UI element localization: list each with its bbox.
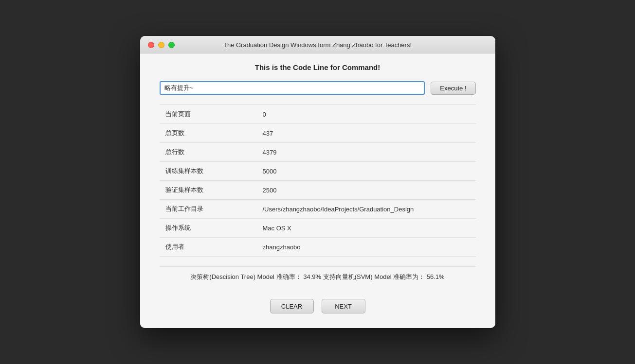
clear-button[interactable]: CLEAR (270, 299, 314, 313)
table-row: 当前工作目录 /Users/zhangzhaobo/IdeaProjects/G… (160, 200, 476, 219)
row-label: 验证集样本数 (160, 181, 257, 200)
button-row: CLEAR NEXT (160, 297, 476, 313)
next-button[interactable]: NEXT (322, 299, 365, 313)
row-value: 5000 (257, 162, 476, 181)
row-value: 2500 (257, 181, 476, 200)
row-value: 4379 (257, 143, 476, 162)
execute-button[interactable]: Execute ! (431, 82, 475, 95)
table-row: 总页数 437 (160, 124, 476, 143)
row-value: zhangzhaobo (257, 238, 476, 257)
row-label: 总页数 (160, 124, 257, 143)
info-table: 当前页面 0 总页数 437 总行数 4379 训练集样本数 5000 验证集样… (160, 104, 476, 257)
page-subtitle: This is the Code Line for Command! (160, 63, 476, 71)
command-row: Execute ! (160, 81, 476, 95)
table-row: 操作系统 Mac OS X (160, 219, 476, 238)
minimize-button[interactable] (158, 42, 164, 48)
close-button[interactable] (148, 42, 154, 48)
main-window: The Graduation Design Windows form Zhang… (140, 36, 495, 328)
traffic-lights (148, 42, 175, 48)
table-row: 训练集样本数 5000 (160, 162, 476, 181)
row-label: 总行数 (160, 143, 257, 162)
row-value: Mac OS X (257, 219, 476, 238)
table-row: 使用者 zhangzhaobo (160, 238, 476, 257)
row-value: 0 (257, 105, 476, 124)
accuracy-row: 决策树(Descision Tree) Model 准确率： 34.9% 支持向… (160, 266, 476, 287)
row-value: 437 (257, 124, 476, 143)
window-title: The Graduation Design Windows form Zhang… (223, 41, 412, 49)
row-label: 操作系统 (160, 219, 257, 238)
table-row: 验证集样本数 2500 (160, 181, 476, 200)
maximize-button[interactable] (168, 42, 175, 48)
row-label: 当前工作目录 (160, 200, 257, 219)
table-row: 总行数 4379 (160, 143, 476, 162)
command-input[interactable] (160, 81, 425, 95)
content-area: This is the Code Line for Command! Execu… (140, 53, 495, 328)
row-label: 训练集样本数 (160, 162, 257, 181)
row-label: 当前页面 (160, 105, 257, 124)
row-label: 使用者 (160, 238, 257, 257)
table-row: 当前页面 0 (160, 105, 476, 124)
title-bar: The Graduation Design Windows form Zhang… (140, 36, 495, 53)
row-value: /Users/zhangzhaobo/IdeaProjects/Graduati… (257, 200, 476, 219)
